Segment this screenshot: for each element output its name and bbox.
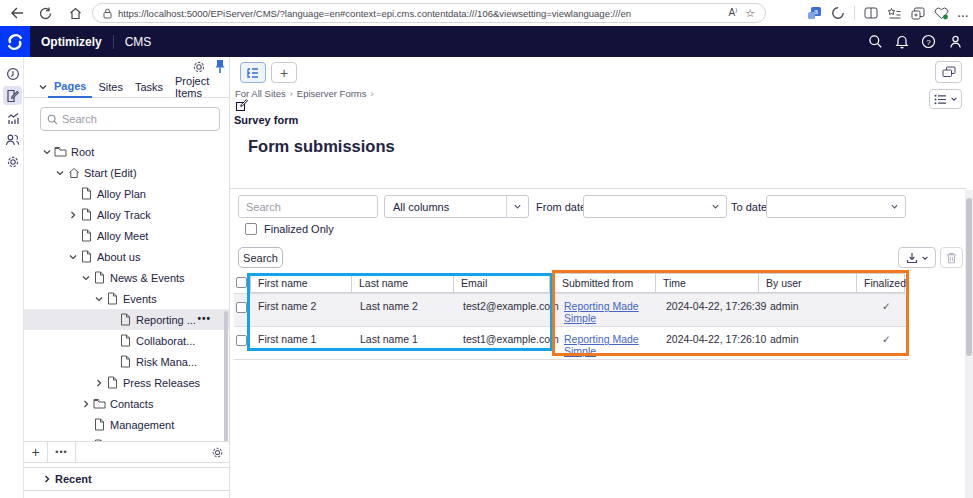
tree-item-alloy-meet[interactable]: Alloy Meet	[24, 225, 229, 246]
recent-section[interactable]: Recent	[24, 467, 229, 491]
tree-item-start[interactable]: Start (Edit)	[24, 162, 229, 183]
pin-pane-icon[interactable]	[214, 59, 226, 74]
tree-item-about-us[interactable]: About us	[24, 246, 229, 267]
finalized-only-checkbox[interactable]	[245, 223, 257, 235]
chevron-down-icon[interactable]	[53, 168, 66, 178]
chevron-down-icon[interactable]	[883, 196, 905, 217]
tree-item-contacts[interactable]: Contacts	[24, 393, 229, 414]
copilot-icon[interactable]	[831, 6, 845, 20]
read-aloud-icon[interactable]: A)	[728, 7, 737, 18]
address-bar[interactable]: https://localhost:5000/EPiServer/CMS/?la…	[92, 3, 766, 23]
tab-sites[interactable]: Sites	[92, 77, 128, 98]
column-header-time[interactable]: Time	[655, 273, 759, 293]
tree-item-reporting[interactable]: Reporting ... •••	[24, 309, 229, 330]
column-header-email[interactable]: Email	[453, 273, 550, 293]
chevron-right-icon[interactable]	[66, 210, 79, 220]
settings-gear-icon[interactable]	[3, 152, 22, 171]
from-date-picker[interactable]	[583, 195, 727, 218]
form-title[interactable]: Survey form	[234, 114, 298, 126]
table-row[interactable]: First name 2 Last name 2 test2@example.c…	[251, 293, 911, 326]
chevron-down-icon[interactable]	[506, 196, 528, 217]
edit-pages-icon[interactable]	[3, 86, 22, 105]
submitted-from-link[interactable]: Reporting Made Simple	[564, 333, 639, 357]
search-button[interactable]: Search	[238, 247, 283, 268]
browser-essentials-icon[interactable]	[934, 7, 949, 20]
table-row[interactable]: First name 1 Last name 1 test1@example.c…	[251, 326, 911, 359]
notifications-bell-icon[interactable]	[895, 34, 909, 49]
pane-settings-gear-icon[interactable]	[192, 60, 206, 74]
page-title: Form submissions	[248, 137, 395, 156]
back-icon[interactable]	[6, 2, 28, 24]
tree-item-press-releases[interactable]: Press Releases	[24, 372, 229, 393]
chevron-down-icon[interactable]	[40, 147, 53, 157]
submitted-from-link[interactable]: Reporting Made Simple	[564, 300, 639, 324]
finalized-only-filter[interactable]: Finalized Only	[245, 223, 334, 235]
column-header-last-name[interactable]: Last name	[351, 273, 454, 293]
main-scrollbar-thumb[interactable]	[966, 198, 972, 356]
column-header-first-name[interactable]: First name	[250, 273, 352, 293]
row-checkbox[interactable]	[236, 302, 247, 313]
to-date-picker[interactable]	[766, 195, 906, 218]
optimizely-logo-icon[interactable]	[0, 26, 30, 57]
tree-scrollbar-thumb[interactable]	[224, 311, 228, 441]
help-icon[interactable]: ?	[921, 34, 936, 49]
favorite-star-icon[interactable]: ☆	[745, 7, 755, 20]
tab-tasks[interactable]: Tasks	[129, 77, 169, 98]
split-screen-icon[interactable]	[864, 7, 878, 19]
view-options-button[interactable]	[929, 89, 962, 109]
tree-item-alloy-track[interactable]: Alloy Track	[24, 204, 229, 225]
submissions-search-input[interactable]	[239, 196, 377, 217]
tree-search-box[interactable]	[40, 107, 220, 131]
chevron-down-icon[interactable]	[704, 196, 726, 217]
columns-select[interactable]: All columns	[384, 195, 529, 218]
tree-item-root[interactable]: Root	[24, 141, 229, 162]
submissions-search-box[interactable]	[238, 195, 378, 218]
tree-item-alloy-plan[interactable]: Alloy Plan	[24, 183, 229, 204]
add-page-button[interactable]: +	[24, 441, 48, 463]
column-header-finalized[interactable]: Finalized	[856, 273, 905, 293]
more-actions-button[interactable]: •••	[48, 441, 76, 463]
context-menu-dots-icon[interactable]: •••	[197, 313, 211, 324]
tree-item-events[interactable]: Events	[24, 288, 229, 309]
users-icon[interactable]	[3, 130, 22, 149]
main-scrollbar[interactable]	[965, 190, 973, 498]
tree-item-risk-mana[interactable]: Risk Mana...	[24, 351, 229, 372]
search-icon[interactable]	[868, 34, 883, 49]
translate-icon[interactable]: a	[807, 6, 822, 20]
row-checkbox[interactable]	[236, 335, 247, 346]
browser-settings-icon[interactable]: ...	[958, 8, 969, 19]
add-form-button[interactable]: +	[271, 62, 297, 83]
product-name[interactable]: CMS	[125, 35, 152, 49]
tree-item-news-events[interactable]: News & Events	[24, 267, 229, 288]
refresh-icon[interactable]	[34, 2, 56, 24]
collections-icon[interactable]	[911, 7, 925, 20]
column-header-by-user[interactable]: By user	[758, 273, 857, 293]
chevron-down-icon[interactable]	[92, 294, 105, 304]
select-all-checkbox[interactable]	[236, 277, 247, 288]
collapse-tabs-chevron-icon[interactable]	[38, 82, 48, 92]
home-icon[interactable]	[64, 2, 86, 24]
breadcrumb-site[interactable]: For All Sites	[235, 88, 286, 99]
chevron-right-icon[interactable]	[79, 399, 92, 409]
tree-search-input[interactable]	[62, 113, 202, 125]
user-profile-icon[interactable]	[948, 34, 963, 49]
analytics-icon[interactable]	[3, 108, 22, 127]
export-button[interactable]	[898, 247, 936, 268]
compare-versions-button[interactable]	[935, 61, 962, 83]
tree-settings-gear-icon[interactable]	[205, 441, 229, 463]
chevron-right-icon[interactable]	[40, 474, 53, 484]
delete-button[interactable]	[940, 247, 963, 268]
tab-project-items[interactable]: Project Items	[169, 77, 229, 98]
breadcrumb-section[interactable]: Episerver Forms	[297, 88, 367, 99]
tab-pages[interactable]: Pages	[48, 77, 92, 98]
chevron-right-icon[interactable]	[92, 378, 105, 388]
chevron-down-icon[interactable]	[79, 273, 92, 283]
history-icon[interactable]	[3, 64, 22, 83]
toggle-structure-button[interactable]	[240, 62, 266, 83]
column-header-submitted-from[interactable]: Submitted from	[554, 273, 656, 293]
tree-item-collaborat[interactable]: Collaborat...	[24, 330, 229, 351]
chevron-down-icon[interactable]	[66, 252, 79, 262]
tree-item-management[interactable]: Management	[24, 414, 229, 435]
favorites-bar-icon[interactable]	[887, 7, 902, 20]
brand-name[interactable]: Optimizely	[41, 35, 102, 49]
